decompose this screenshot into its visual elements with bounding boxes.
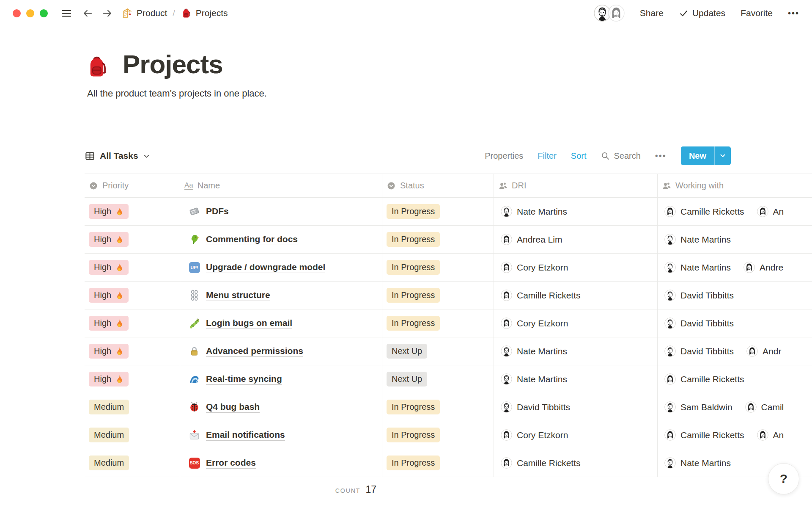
page-link-error-codes[interactable]: Error codes bbox=[206, 458, 256, 469]
status-badge-in-progress[interactable]: In Progress bbox=[387, 288, 440, 303]
person-chip[interactable]: Cory Etzkorn bbox=[501, 429, 568, 441]
dri-cell[interactable]: Nate Martins bbox=[494, 198, 658, 225]
name-cell[interactable]: Login bugs on email bbox=[180, 309, 382, 337]
person-chip[interactable]: Nate Martins bbox=[501, 345, 567, 357]
status-badge-in-progress[interactable]: In Progress bbox=[387, 316, 440, 331]
back-button[interactable] bbox=[80, 6, 95, 21]
status-cell[interactable]: In Progress bbox=[382, 254, 494, 281]
priority-cell[interactable]: High bbox=[85, 309, 180, 337]
dri-cell[interactable]: Camille Ricketts bbox=[494, 449, 658, 477]
view-options-button[interactable]: ••• bbox=[655, 151, 667, 161]
working-with-cell[interactable]: David TibbittsAndr bbox=[658, 337, 812, 365]
working-with-cell[interactable]: Sam BaldwinCamil bbox=[658, 393, 812, 421]
status-cell[interactable]: In Progress bbox=[382, 421, 494, 449]
close-window-button[interactable] bbox=[13, 9, 21, 17]
priority-badge-high[interactable]: High bbox=[89, 344, 129, 359]
status-cell[interactable]: In Progress bbox=[382, 198, 494, 225]
working-with-cell[interactable]: David Tibbitts bbox=[658, 282, 812, 309]
status-cell[interactable]: In Progress bbox=[382, 393, 494, 421]
dri-cell[interactable]: David Tibbitts bbox=[494, 393, 658, 421]
column-header-dri[interactable]: DRI bbox=[494, 174, 658, 197]
dri-cell[interactable]: Cory Etzkorn bbox=[494, 254, 658, 281]
working-with-cell[interactable]: David Tibbitts bbox=[658, 309, 812, 337]
person-chip[interactable]: An bbox=[757, 429, 784, 441]
column-header-working-with[interactable]: Working with bbox=[658, 174, 812, 197]
person-chip[interactable]: Sam Baldwin bbox=[664, 401, 732, 413]
dri-cell[interactable]: Nate Martins bbox=[494, 337, 658, 365]
person-chip[interactable]: Nate Martins bbox=[664, 262, 731, 273]
filter-button[interactable]: Filter bbox=[538, 151, 556, 161]
status-cell[interactable]: In Progress bbox=[382, 449, 494, 477]
working-with-cell[interactable]: Camille RickettsAn bbox=[658, 421, 812, 449]
more-options-button[interactable]: ••• bbox=[788, 8, 799, 18]
person-chip[interactable]: Camille Ricketts bbox=[664, 373, 744, 385]
priority-cell[interactable]: Medium bbox=[85, 393, 180, 421]
page-link-login-bugs-on-email[interactable]: Login bugs on email bbox=[206, 318, 292, 329]
priority-badge-high[interactable]: High bbox=[89, 288, 129, 303]
dri-cell[interactable]: Cory Etzkorn bbox=[494, 309, 658, 337]
name-cell[interactable]: Q4 bug bash bbox=[180, 393, 382, 421]
name-cell[interactable]: PDFs bbox=[180, 198, 382, 225]
zoom-window-button[interactable] bbox=[40, 9, 48, 17]
column-header-priority[interactable]: Priority bbox=[85, 174, 180, 197]
dri-cell[interactable]: Andrea Lim bbox=[494, 226, 658, 253]
page-link-q4-bug-bash[interactable]: Q4 bug bash bbox=[206, 402, 260, 413]
favorite-button[interactable]: Favorite bbox=[741, 8, 773, 18]
forward-button[interactable] bbox=[99, 6, 115, 21]
priority-cell[interactable]: High bbox=[85, 226, 180, 253]
person-chip[interactable]: Camil bbox=[745, 401, 784, 413]
page-backpack-icon[interactable] bbox=[85, 54, 109, 79]
status-cell[interactable]: In Progress bbox=[382, 309, 494, 337]
priority-badge-high[interactable]: High bbox=[89, 316, 129, 331]
breadcrumb-item-product[interactable]: Product bbox=[121, 8, 167, 19]
person-chip[interactable]: David Tibbitts bbox=[664, 345, 734, 357]
person-chip[interactable]: Camille Ricketts bbox=[664, 429, 744, 441]
name-cell[interactable]: Real-time syncing bbox=[180, 365, 382, 393]
status-badge-in-progress[interactable]: In Progress bbox=[387, 204, 440, 219]
priority-cell[interactable]: High bbox=[85, 365, 180, 393]
name-cell[interactable]: UP!Upgrade / downgrade model bbox=[180, 254, 382, 281]
person-chip[interactable]: Andrea Lim bbox=[501, 234, 562, 245]
priority-cell[interactable]: High bbox=[85, 198, 180, 225]
person-chip[interactable]: Cory Etzkorn bbox=[501, 318, 568, 329]
person-chip[interactable]: Nate Martins bbox=[664, 234, 731, 245]
status-badge-next-up[interactable]: Next Up bbox=[387, 372, 427, 387]
page-link-upgrade-downgrade-model[interactable]: Upgrade / downgrade model bbox=[206, 262, 325, 273]
sort-button[interactable]: Sort bbox=[571, 151, 587, 161]
status-badge-in-progress[interactable]: In Progress bbox=[387, 400, 440, 414]
status-cell[interactable]: Next Up bbox=[382, 337, 494, 365]
count-value[interactable]: 17 bbox=[365, 484, 376, 495]
person-chip[interactable]: Andre bbox=[743, 262, 783, 273]
person-chip[interactable]: Andr bbox=[746, 345, 781, 357]
page-description[interactable]: All the product team's projects in one p… bbox=[87, 88, 812, 99]
priority-badge-medium[interactable]: Medium bbox=[89, 400, 129, 414]
status-cell[interactable]: In Progress bbox=[382, 282, 494, 309]
priority-cell[interactable]: High bbox=[85, 282, 180, 309]
priority-badge-high[interactable]: High bbox=[89, 232, 129, 247]
working-with-cell[interactable]: Nate Martins bbox=[658, 226, 812, 253]
new-button[interactable]: New bbox=[681, 146, 714, 165]
priority-badge-medium[interactable]: Medium bbox=[89, 428, 129, 442]
updates-button[interactable]: Updates bbox=[679, 8, 725, 18]
properties-button[interactable]: Properties bbox=[485, 151, 523, 161]
page-link-pdfs[interactable]: PDFs bbox=[206, 206, 229, 217]
help-button[interactable]: ? bbox=[768, 463, 799, 494]
person-chip[interactable]: Camille Ricketts bbox=[501, 457, 581, 469]
person-chip[interactable]: Nate Martins bbox=[664, 457, 731, 469]
status-badge-next-up[interactable]: Next Up bbox=[387, 344, 427, 359]
person-chip[interactable]: David Tibbitts bbox=[664, 318, 734, 329]
priority-badge-medium[interactable]: Medium bbox=[89, 456, 129, 470]
sidebar-menu-button[interactable] bbox=[59, 6, 74, 21]
priority-cell[interactable]: High bbox=[85, 254, 180, 281]
priority-badge-high[interactable]: High bbox=[89, 204, 129, 219]
working-with-cell[interactable]: Nate MartinsAndre bbox=[658, 254, 812, 281]
priority-cell[interactable]: Medium bbox=[85, 421, 180, 449]
status-badge-in-progress[interactable]: In Progress bbox=[387, 232, 440, 247]
working-with-cell[interactable]: Camille Ricketts bbox=[658, 365, 812, 393]
person-chip[interactable]: Camille Ricketts bbox=[501, 290, 581, 301]
status-cell[interactable]: In Progress bbox=[382, 226, 494, 253]
priority-badge-high[interactable]: High bbox=[89, 372, 129, 387]
dri-cell[interactable]: Cory Etzkorn bbox=[494, 421, 658, 449]
breadcrumb-item-projects[interactable]: Projects bbox=[181, 8, 228, 19]
view-switcher[interactable]: All Tasks bbox=[85, 151, 150, 161]
